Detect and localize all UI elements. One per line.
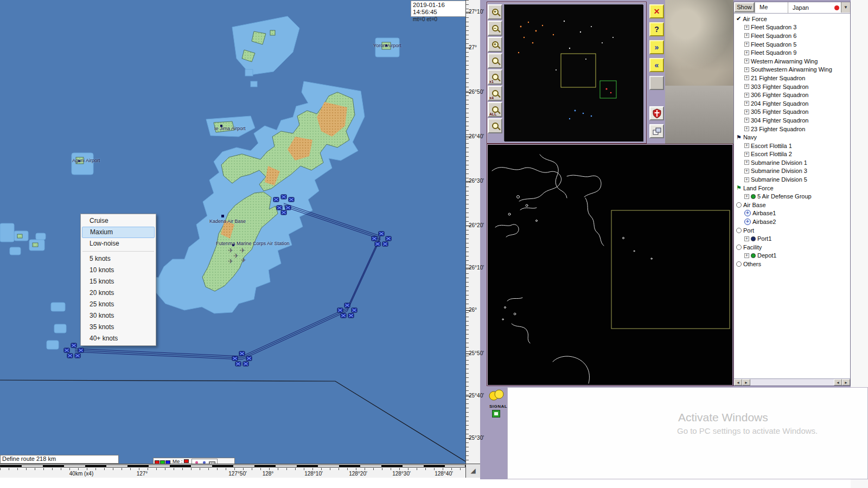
tree-item-others[interactable]: Others [734, 260, 850, 268]
chevron-down-icon[interactable]: ▼ [841, 2, 850, 12]
tree-horizontal-scrollbar[interactable]: ◄ ► ◄ ► [734, 378, 850, 386]
rewind-button[interactable]: « [649, 58, 664, 72]
zoom-x4[interactable]: x4 [488, 86, 502, 101]
zoom-x1[interactable]: x1 [488, 69, 502, 85]
expand-plus-icon[interactable]: + [744, 33, 749, 38]
tree-item-air-force[interactable]: ✔Air Force [734, 15, 850, 23]
tree-item-fleet-squadron-5[interactable]: +Fleet Squadron 5 [734, 40, 850, 49]
expand-plus-icon[interactable]: + [744, 169, 749, 174]
expand-plus-icon[interactable]: + [744, 253, 749, 258]
main-map-viewport[interactable]: ✈✈✈ ✈✈ Yoron Airport Ie Jima Airport Agu… [0, 0, 465, 464]
zoom-out[interactable]: − [488, 21, 502, 36]
menu-item-maxium[interactable]: Maxium [82, 227, 155, 238]
expand-plus-icon[interactable]: + [744, 101, 749, 106]
tree-item-air-base[interactable]: Air Base [734, 201, 850, 209]
scroll-left-button[interactable]: ◄ [734, 379, 742, 386]
tree-item-submarine-division-1[interactable]: +Submarine Division 1 [734, 158, 850, 167]
expand-plus-icon[interactable]: + [744, 84, 749, 89]
tree-item-navy[interactable]: ⚑Navy [734, 133, 850, 142]
expand-plus-icon[interactable]: + [744, 177, 749, 182]
zoom-select[interactable] [488, 53, 502, 68]
tree-item-depot1[interactable]: +Depot1 [734, 252, 850, 260]
radio-circle-icon[interactable] [736, 261, 742, 267]
menu-item-5-knots[interactable]: 5 knots [81, 253, 156, 265]
main-map[interactable]: ✈✈✈ ✈✈ [0, 0, 465, 464]
signal-sub-icon[interactable] [492, 410, 500, 418]
expand-plus-icon[interactable]: + [744, 67, 749, 72]
expand-plus-icon[interactable]: + [744, 110, 749, 114]
tree-item-port1[interactable]: +Port1 [734, 234, 850, 243]
scroll-right-button[interactable]: ► [742, 379, 750, 386]
tree-item-21-fighter-squadron[interactable]: +21 Fighter Squadron [734, 74, 850, 82]
menu-item-30-knots[interactable]: 30 knots [81, 310, 156, 322]
tactical-map[interactable] [488, 145, 732, 385]
tree-item-305-fighter-squadron[interactable]: +305 Fighter Squadron [734, 108, 850, 117]
scroll-right-button-2[interactable]: ► [842, 379, 850, 386]
tree-item-southwestern-airwarning-wing[interactable]: +Southwestern Airwarning Wing [734, 66, 850, 74]
expand-plus-icon[interactable]: + [744, 160, 749, 165]
tree-item-204-fighter-squadron[interactable]: +204 Fighter Squadron [734, 99, 850, 108]
fast-forward-button[interactable]: » [649, 40, 664, 54]
help-button[interactable]: ? [649, 22, 664, 36]
tree-item-port[interactable]: Port [734, 226, 850, 235]
menu-item-35-knots[interactable]: 35 knots [81, 322, 156, 333]
menu-item-low-noise[interactable]: Low-noise [81, 238, 156, 249]
zoom-in-step[interactable]: + [488, 37, 502, 52]
layers-button[interactable] [649, 124, 664, 138]
tree-item-land-force[interactable]: ⚑Land Force [734, 184, 850, 192]
tree-item-306-fighter-squadron[interactable]: +306 Fighter Squadron [734, 91, 850, 99]
grid-icon[interactable] [209, 461, 215, 464]
expand-plus-icon[interactable]: + [744, 59, 749, 63]
show-button[interactable]: Show [734, 2, 755, 12]
expand-plus-icon[interactable]: + [744, 152, 749, 157]
radio-circle-icon[interactable] [736, 245, 742, 250]
tree-item-submarine-division-3[interactable]: +Submarine Division 3 [734, 167, 850, 176]
signal-tool[interactable]: SIGNAL [489, 389, 510, 420]
tree-item-escort-flottila-2[interactable]: +Escort Flottila 2 [734, 150, 850, 159]
menu-item-15-knots[interactable]: 15 knots [81, 276, 156, 287]
expand-plus-icon[interactable]: + [744, 75, 749, 80]
zoom-in[interactable]: + [488, 4, 502, 20]
expand-plus-icon[interactable]: + [744, 143, 749, 148]
person-blue-icon[interactable] [201, 461, 207, 464]
menu-item-20-knots[interactable]: 20 knots [81, 287, 156, 299]
tree-item-submarine-division-5[interactable]: +Submarine Division 5 [734, 175, 850, 184]
shield-button[interactable] [649, 106, 664, 120]
ruler-corner-resize[interactable]: ◢ [465, 464, 480, 478]
tree-item-airbase2[interactable]: ✈Airbase2 [734, 217, 850, 226]
side-selector-me[interactable]: Me [755, 2, 788, 13]
scroll-left-button-2[interactable]: ◄ [834, 379, 842, 386]
menu-item-25-knots[interactable]: 25 knots [81, 299, 156, 310]
expand-plus-icon[interactable]: + [744, 236, 749, 241]
blank-button[interactable] [649, 76, 664, 90]
country-selector[interactable]: Japan [788, 2, 841, 13]
tree-item-fleet-squadron-6[interactable]: +Fleet Squadron 6 [734, 31, 850, 40]
tree-item-5-air-defense-group[interactable]: +5 Air Defense Group [734, 192, 850, 201]
tree-item-fleet-squadron-9[interactable]: +Fleet Squadron 9 [734, 48, 850, 57]
tree-item-airbase1[interactable]: ✈Airbase1 [734, 209, 850, 218]
tree-item-23-fighter-squadron[interactable]: +23 Fighter Squadron [734, 125, 850, 133]
close-button[interactable]: ✕ [649, 4, 664, 18]
tree-item-303-fighter-squadron[interactable]: +303 Fighter Squadron [734, 82, 850, 91]
expand-plus-icon[interactable]: + [744, 126, 749, 131]
zoom-all[interactable]: ALL [488, 102, 502, 117]
expand-plus-icon[interactable]: + [744, 93, 749, 98]
radio-circle-icon[interactable] [736, 202, 742, 208]
tree-item-304-fighter-squadron[interactable]: +304 Fighter Squadron [734, 116, 850, 125]
tree-item-escort-flottila-1[interactable]: +Escort Flottila 1 [734, 142, 850, 150]
menu-item-10-knots[interactable]: 10 knots [81, 265, 156, 276]
expand-plus-icon[interactable]: + [744, 118, 749, 123]
expand-plus-icon[interactable]: + [744, 50, 749, 55]
radio-circle-icon[interactable] [736, 228, 742, 233]
expand-plus-icon[interactable]: + [744, 194, 749, 199]
tree-item-facility[interactable]: Facility [734, 243, 850, 252]
expand-plus-icon[interactable]: + [744, 42, 749, 47]
expand-plus-icon[interactable]: + [744, 25, 749, 30]
tree-item-western-airwarning-wing[interactable]: +Western Airwarning Wing [734, 57, 850, 66]
person-pink-icon[interactable] [194, 461, 200, 464]
tree-item-fleet-squadron-3[interactable]: +Fleet Squadron 3 [734, 23, 850, 32]
menu-item-40-knots[interactable]: 40+ knots [81, 333, 156, 344]
zoom-window[interactable] [488, 118, 502, 133]
overview-map[interactable] [504, 4, 643, 141]
menu-item-cruise[interactable]: Cruise [81, 215, 156, 227]
